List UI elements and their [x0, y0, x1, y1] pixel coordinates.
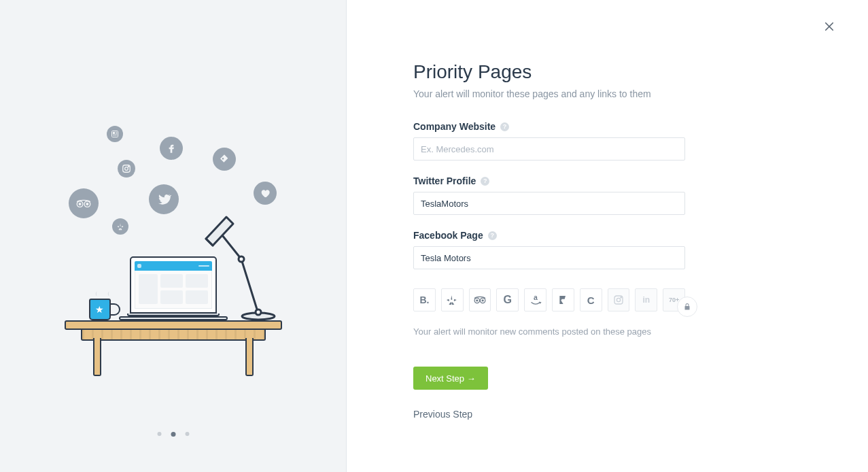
source-instagram	[608, 288, 630, 311]
instagram-icon	[613, 294, 624, 305]
source-linkedin: in	[635, 288, 657, 311]
help-icon[interactable]: ?	[488, 231, 497, 240]
form-panel: Priority Pages Your alert will monitor t…	[347, 0, 868, 472]
tripadvisor-icon	[69, 188, 99, 218]
twitter-profile-input[interactable]	[413, 192, 685, 215]
desk-illustration	[65, 320, 282, 341]
facebook-icon	[160, 137, 183, 160]
sources-hint: Your alert will monitor new comments pos…	[413, 326, 685, 337]
svg-rect-1	[113, 132, 115, 134]
foursquare-icon	[557, 294, 568, 305]
svg-point-16	[256, 309, 261, 315]
svg-point-27	[621, 297, 621, 298]
yelp-icon	[112, 218, 128, 235]
twitter-profile-field: Twitter Profile ?	[413, 175, 685, 215]
instagram-icon	[118, 160, 135, 178]
svg-point-22	[476, 300, 478, 301]
lamp-illustration	[201, 205, 282, 320]
locked-sources-badge[interactable]	[677, 297, 697, 317]
previous-step-link[interactable]: Previous Step	[413, 409, 685, 420]
company-website-field: Company Website ?	[413, 121, 685, 161]
source-selector: B. G a C	[413, 288, 685, 311]
help-icon[interactable]: ?	[481, 177, 489, 186]
heart-icon	[254, 182, 277, 205]
source-amazon[interactable]: a	[524, 288, 546, 311]
svg-point-7	[128, 166, 128, 167]
step-dot-2	[171, 432, 175, 437]
capterra-icon: C	[587, 294, 595, 306]
booking-icon: B.	[419, 294, 429, 305]
source-yelp[interactable]	[441, 288, 464, 311]
svg-point-6	[124, 167, 128, 171]
svg-point-10	[79, 203, 81, 205]
facebook-page-field: Facebook Page ?	[413, 230, 685, 269]
step-indicator	[157, 432, 189, 437]
twitter-profile-label: Twitter Profile	[413, 175, 476, 186]
step-dot-3	[185, 432, 189, 436]
company-website-input[interactable]	[413, 137, 685, 161]
source-booking[interactable]: B.	[413, 288, 436, 311]
yelp-icon	[447, 294, 457, 305]
svg-point-23	[482, 300, 483, 301]
page-title: Priority Pages	[413, 61, 685, 83]
svg-point-11	[86, 203, 88, 205]
svg-point-15	[239, 256, 244, 262]
next-step-button[interactable]: Next Step →	[413, 367, 488, 390]
source-capterra[interactable]: C	[580, 288, 602, 311]
facebook-page-label: Facebook Page	[413, 230, 483, 241]
amazon-icon: a	[530, 294, 542, 306]
page-subtitle: Your alert will monitor these pages and …	[413, 88, 685, 99]
svg-text:a: a	[534, 294, 538, 301]
source-tripadvisor[interactable]	[469, 288, 491, 311]
dialog-root: ﹙ ﹙ ﹙ ★	[0, 0, 868, 472]
tripadvisor-icon	[473, 295, 487, 305]
step-dot-1	[157, 432, 161, 436]
twitter-icon	[149, 184, 179, 214]
tag-icon	[213, 148, 236, 171]
company-website-label: Company Website	[413, 121, 496, 132]
mug-illustration: ﹙ ﹙ ﹙ ★	[89, 290, 119, 320]
svg-line-13	[241, 259, 258, 314]
illustration-panel: ﹙ ﹙ ﹙ ★	[0, 0, 347, 472]
facebook-page-input[interactable]	[413, 246, 685, 269]
news-icon	[107, 126, 123, 142]
linkedin-icon: in	[642, 295, 650, 305]
close-icon	[823, 20, 835, 33]
lock-icon	[683, 303, 691, 311]
illustration: ﹙ ﹙ ﹙ ★	[0, 0, 346, 472]
svg-point-26	[617, 298, 620, 301]
help-icon[interactable]: ?	[500, 122, 509, 131]
source-google[interactable]: G	[496, 288, 519, 311]
close-button[interactable]	[823, 20, 835, 33]
source-foursquare[interactable]	[552, 288, 574, 311]
google-icon: G	[504, 294, 512, 306]
